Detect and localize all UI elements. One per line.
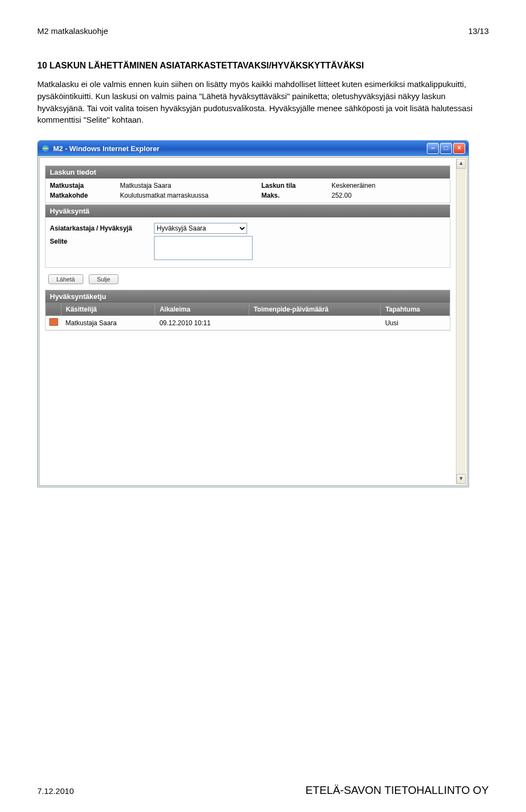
scroll-track[interactable] xyxy=(456,170,466,473)
vertical-scrollbar[interactable]: ▲ ▼ xyxy=(456,159,466,484)
scroll-up-arrow-icon[interactable]: ▲ xyxy=(456,159,466,169)
panel-hyvaksynta: Hyväksyntä Asiatarkastaja / Hyväksyjä Hy… xyxy=(45,204,450,268)
window-minimize-button[interactable]: – xyxy=(427,143,439,154)
footer-brand: ETELÄ-SAVON TIETOHALLINTO OY xyxy=(305,784,489,797)
chain-col-kasittelija: Käsittelijä xyxy=(61,303,155,316)
ie-favicon-icon xyxy=(41,144,50,153)
chain-cell-aikaleima: 09.12.2010 10:11 xyxy=(155,316,249,330)
chain-col-tapahtuma: Tapahtuma xyxy=(381,303,450,316)
chain-col-toimenpide: Toimenpide-päivämäärä xyxy=(249,303,381,316)
status-badge xyxy=(49,318,58,326)
chain-row: Matkustaja Saara 09.12.2010 10:11 Uusi xyxy=(46,316,450,330)
footer-date: 7.12.2010 xyxy=(37,786,74,796)
document-footer: 7.12.2010 ETELÄ-SAVON TIETOHALLINTO OY xyxy=(37,784,489,797)
browser-titlebar: M2 - Windows Internet Explorer – □ × xyxy=(38,141,468,156)
label-asiatarkastaja: Asiatarkastaja / Hyväksyjä xyxy=(50,223,154,232)
panel-hyvaksyntaketju: Hyväksyntäketju Käsittelijä Aikaleima To… xyxy=(45,290,450,331)
value-matkakohde: Koulutusmatkat marraskuussa xyxy=(120,192,257,199)
label-laskun-tila: Laskun tila xyxy=(261,182,327,189)
chain-col-status xyxy=(46,303,61,316)
chain-cell-toimenpide xyxy=(249,316,381,330)
body-paragraph: Matkalasku ei ole valmis ennen kuin siih… xyxy=(37,78,489,126)
document-header: M2 matkalaskuohje 13/13 xyxy=(37,26,489,36)
label-matkustaja: Matkustaja xyxy=(50,182,116,189)
panel-header-hyvaksynta: Hyväksyntä xyxy=(45,205,450,217)
sulje-button[interactable]: Sulje xyxy=(89,274,118,284)
chain-cell-tapahtuma: Uusi xyxy=(381,316,450,330)
asiatarkastaja-select[interactable]: Hyväksyjä Saara xyxy=(154,223,247,234)
page-number: 13/13 xyxy=(468,26,489,36)
scroll-down-arrow-icon[interactable]: ▼ xyxy=(456,474,466,484)
selite-textarea[interactable] xyxy=(154,236,253,260)
browser-title: M2 - Windows Internet Explorer xyxy=(53,145,427,153)
browser-viewport: ▲ ▼ Laskun tiedot Matkustaja Matkustaja … xyxy=(39,157,467,486)
panel-header-laskun-tiedot: Laskun tiedot xyxy=(45,166,450,178)
laheta-button[interactable]: Lähetä xyxy=(48,274,83,284)
action-button-row: Lähetä Sulje xyxy=(48,274,464,284)
window-close-button[interactable]: × xyxy=(453,143,465,154)
value-maks: 252.00 xyxy=(331,192,397,199)
value-matkustaja: Matkustaja Saara xyxy=(120,182,257,189)
browser-window: M2 - Windows Internet Explorer – □ × ▲ ▼… xyxy=(37,140,469,487)
value-laskun-tila: Keskeneräinen xyxy=(331,182,397,189)
panel-laskun-tiedot: Laskun tiedot Matkustaja Matkustaja Saar… xyxy=(45,165,450,203)
chain-cell-kasittelija: Matkustaja Saara xyxy=(61,316,155,330)
chain-table: Käsittelijä Aikaleima Toimenpide-päivämä… xyxy=(45,303,450,330)
window-maximize-button[interactable]: □ xyxy=(440,143,452,154)
panel-header-hyvaksyntaketju: Hyväksyntäketju xyxy=(45,290,450,303)
label-matkakohde: Matkakohde xyxy=(50,192,116,199)
label-maks: Maks. xyxy=(261,192,327,199)
document-title: M2 matkalaskuohje xyxy=(37,26,108,36)
section-heading: 10 LASKUN LÄHETTÄMINEN ASIATARKASTETTAVA… xyxy=(37,61,489,71)
chain-col-aikaleima: Aikaleima xyxy=(155,303,249,316)
label-selite: Selite xyxy=(50,236,154,245)
